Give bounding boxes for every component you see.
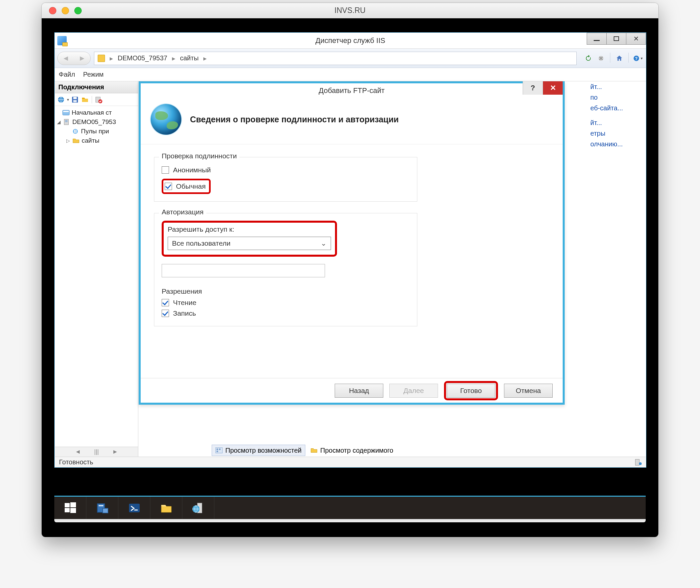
specific-users-input[interactable] bbox=[162, 264, 325, 277]
explorer-taskbar-icon[interactable] bbox=[150, 497, 182, 519]
content-view-icon bbox=[310, 447, 318, 454]
svg-rect-10 bbox=[63, 111, 69, 112]
tree-start-page[interactable]: Начальная ст bbox=[56, 108, 137, 117]
mac-window: INVS.RU Диспетчер служб IIS ✕ ◄ ► bbox=[41, 3, 659, 537]
chevron-right-icon: ▸ bbox=[110, 54, 113, 62]
refresh-icon[interactable] bbox=[583, 53, 594, 64]
powershell-taskbar-icon[interactable] bbox=[118, 497, 150, 519]
back-arrow-icon[interactable]: ◄ bbox=[62, 54, 70, 63]
basic-checkbox-row[interactable]: Обычная bbox=[165, 181, 206, 192]
connections-panel: Подключения ▾ Начальная ст bbox=[55, 81, 138, 457]
tab-label: Просмотр содержимого bbox=[320, 447, 393, 454]
breadcrumb-bar[interactable]: ▸ DEMO05_79537 ▸ сайты ▸ bbox=[94, 52, 577, 65]
anonymous-checkbox-row[interactable]: Анонимный bbox=[162, 165, 410, 175]
dialog-header: Сведения о проверке подлинности и автори… bbox=[141, 98, 563, 144]
connect-icon[interactable] bbox=[57, 96, 65, 104]
collapse-icon[interactable]: ◢ bbox=[56, 119, 61, 125]
connections-tree[interactable]: Начальная ст ◢ DEMO05_7953 Пулы при bbox=[55, 106, 138, 447]
open-icon[interactable] bbox=[81, 96, 89, 104]
action-link[interactable]: олчанию... bbox=[590, 139, 644, 149]
status-server-icon bbox=[634, 459, 642, 466]
dialog-help-button[interactable]: ? bbox=[523, 81, 543, 95]
authentication-group: Проверка подлинности Анонимный Обычная bbox=[154, 157, 417, 202]
globe-icon bbox=[151, 104, 181, 135]
dialog-heading: Сведения о проверке подлинности и автори… bbox=[190, 115, 399, 124]
permissions-label: Разрешения bbox=[162, 287, 410, 295]
checkbox-icon[interactable] bbox=[162, 299, 169, 306]
chevron-down-icon: ⌄ bbox=[321, 239, 327, 247]
iis-taskbar-icon[interactable] bbox=[182, 497, 214, 519]
tree-label: DEMO05_7953 bbox=[72, 118, 116, 126]
svg-rect-25 bbox=[70, 508, 76, 513]
svg-rect-24 bbox=[65, 508, 70, 512]
actions-panel: йт... по еб-сайта... йт... етры олчанию.… bbox=[590, 81, 644, 149]
svg-point-21 bbox=[639, 462, 642, 465]
status-text: Готовность bbox=[59, 458, 93, 466]
windows-taskbar bbox=[54, 496, 646, 519]
svg-rect-23 bbox=[70, 502, 76, 507]
breadcrumb-host[interactable]: DEMO05_79537 bbox=[118, 54, 167, 62]
iis-status-bar: Готовность bbox=[55, 457, 646, 467]
action-link[interactable]: етры bbox=[590, 128, 644, 139]
server-manager-taskbar-icon[interactable] bbox=[86, 497, 118, 519]
iis-close-button[interactable]: ✕ bbox=[626, 33, 646, 45]
nav-back-forward[interactable]: ◄ ► bbox=[57, 52, 91, 65]
home-icon[interactable] bbox=[614, 53, 625, 64]
tree-app-pools[interactable]: Пулы при bbox=[56, 127, 137, 136]
dialog-title: Добавить FTP-сайт bbox=[319, 86, 385, 95]
action-link[interactable]: по bbox=[590, 92, 644, 103]
action-link[interactable]: йт... bbox=[590, 117, 644, 128]
finish-button[interactable]: Готово bbox=[447, 384, 495, 398]
tab-content-view[interactable]: Просмотр содержимого bbox=[307, 445, 397, 456]
dialog-close-button[interactable]: ✕ bbox=[543, 81, 563, 95]
back-button[interactable]: Назад bbox=[335, 384, 383, 398]
cancel-button[interactable]: Отмена bbox=[504, 384, 553, 398]
window-shadow-strip bbox=[54, 519, 646, 522]
action-link[interactable]: йт... bbox=[590, 81, 644, 92]
tree-sites[interactable]: ▷ сайты bbox=[56, 136, 137, 145]
svg-rect-6 bbox=[73, 100, 77, 102]
stop-icon bbox=[595, 53, 607, 64]
breadcrumb-node[interactable]: сайты bbox=[180, 54, 199, 62]
svg-rect-12 bbox=[65, 120, 67, 121]
iis-menubar: Файл Режим bbox=[55, 68, 646, 81]
help-icon[interactable]: ?▾ bbox=[632, 53, 643, 64]
server-settings-icon[interactable] bbox=[95, 96, 103, 104]
start-page-icon bbox=[62, 109, 70, 116]
checkbox-icon[interactable] bbox=[162, 166, 169, 174]
sidebar-scrollbar[interactable]: ◄|||► bbox=[55, 447, 138, 457]
mac-window-title: INVS.RU bbox=[42, 6, 658, 15]
tree-host[interactable]: ◢ DEMO05_7953 bbox=[56, 117, 137, 127]
start-button[interactable] bbox=[54, 497, 86, 519]
read-checkbox-row[interactable]: Чтение bbox=[162, 297, 410, 308]
add-ftp-site-dialog: Добавить FTP-сайт ? ✕ Сведения о проверк… bbox=[139, 81, 565, 405]
write-checkbox-row[interactable]: Запись bbox=[162, 308, 410, 319]
mac-titlebar: INVS.RU bbox=[42, 3, 658, 18]
authorization-group: Авторизация Разрешить доступ к: Все поль… bbox=[154, 213, 417, 326]
iis-address-bar-row: ◄ ► ▸ DEMO05_79537 ▸ сайты ▸ bbox=[55, 49, 646, 68]
next-button: Далее bbox=[389, 384, 438, 398]
checkbox-label: Обычная bbox=[176, 182, 206, 190]
menu-mode[interactable]: Режим bbox=[83, 71, 104, 78]
checkbox-label: Запись bbox=[173, 309, 196, 317]
checkbox-label: Анонимный bbox=[173, 166, 211, 174]
checkbox-icon[interactable] bbox=[162, 310, 169, 317]
forward-arrow-icon[interactable]: ► bbox=[79, 54, 86, 63]
group-legend: Авторизация bbox=[159, 208, 206, 216]
apppools-icon bbox=[72, 128, 79, 135]
iis-minimize-button[interactable] bbox=[587, 33, 607, 45]
iis-maximize-button[interactable] bbox=[606, 33, 626, 45]
action-link[interactable]: еб-сайта... bbox=[590, 103, 644, 113]
chevron-right-icon: ▸ bbox=[172, 54, 175, 62]
view-tabs: Просмотр возможностей Просмотр содержимо… bbox=[212, 444, 397, 457]
svg-rect-16 bbox=[216, 448, 222, 453]
save-icon[interactable] bbox=[71, 96, 79, 104]
svg-rect-22 bbox=[65, 503, 70, 507]
tab-features-view[interactable]: Просмотр возможностей bbox=[212, 445, 305, 456]
menu-file[interactable]: Файл bbox=[59, 71, 75, 78]
allow-access-select[interactable]: Все пользователи ⌄ bbox=[168, 237, 331, 250]
checkbox-icon[interactable] bbox=[165, 183, 172, 190]
folder-icon bbox=[72, 137, 80, 144]
expand-icon[interactable]: ▷ bbox=[66, 138, 70, 143]
checkbox-label: Чтение bbox=[173, 299, 196, 307]
